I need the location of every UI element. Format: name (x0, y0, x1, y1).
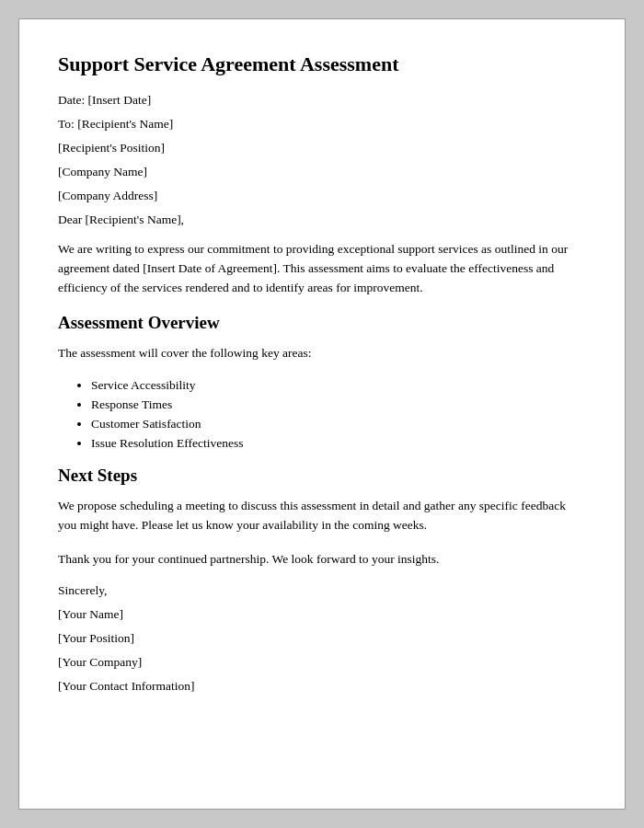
next-steps-para1: We propose scheduling a meeting to discu… (58, 497, 586, 535)
intro-paragraph: We are writing to express our commitment… (58, 240, 586, 298)
section-heading-next-steps: Next Steps (58, 466, 586, 486)
closing-sincerely: Sincerely, (58, 583, 586, 598)
closing-company: [Your Company] (58, 655, 586, 670)
section-heading-assessment: Assessment Overview (58, 313, 586, 333)
meta-company: [Company Name] (58, 165, 586, 179)
assessment-overview-body: The assessment will cover the following … (58, 344, 586, 363)
meta-to: To: [Recipient's Name] (58, 117, 586, 132)
document-title: Support Service Agreement Assessment (58, 52, 586, 76)
next-steps-para2: Thank you for your continued partnership… (58, 550, 586, 569)
salutation: Dear [Recipient's Name], (58, 213, 586, 227)
list-item: Service Accessibility (91, 378, 586, 393)
meta-address: [Company Address] (58, 189, 586, 203)
closing-contact: [Your Contact Information] (58, 679, 586, 694)
meta-position: [Recipient's Position] (58, 141, 586, 155)
meta-date: Date: [Insert Date] (58, 93, 586, 108)
list-item: Customer Satisfaction (91, 417, 586, 431)
closing-name: [Your Name] (58, 607, 586, 622)
closing-position: [Your Position] (58, 631, 586, 646)
document-container: Support Service Agreement Assessment Dat… (18, 18, 626, 810)
list-item: Issue Resolution Effectiveness (91, 436, 586, 451)
assessment-bullet-list: Service Accessibility Response Times Cus… (58, 378, 586, 451)
list-item: Response Times (91, 397, 586, 412)
